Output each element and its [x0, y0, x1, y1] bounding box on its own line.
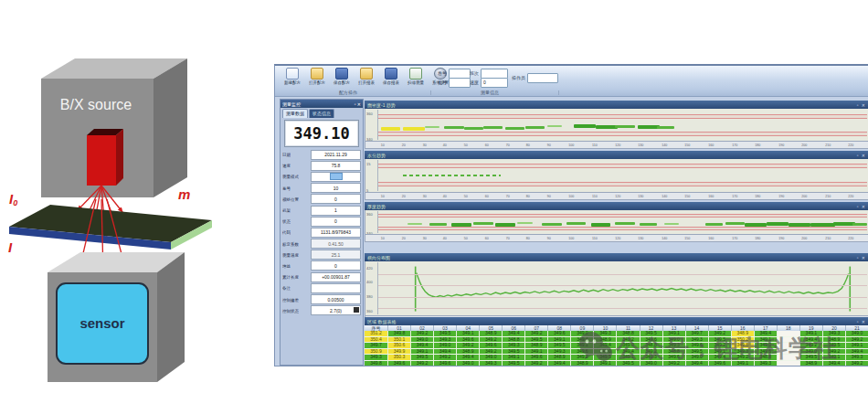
- table-cell: 349.0: [663, 337, 686, 344]
- chart-header-controls[interactable]: ▫ ✕: [857, 204, 866, 209]
- chart-header-controls[interactable]: ▫ ✕: [857, 153, 866, 158]
- chart-panel-areal-density: 面密度-1 趋势 ▫ ✕ 360340 10203040506070809010…: [365, 101, 868, 149]
- x-axis-tick-label: 40: [443, 194, 447, 198]
- ok-data-dash: [517, 222, 532, 224]
- parameter-value-field[interactable]: 2021.11.29: [311, 150, 361, 160]
- table-cell: 349.5: [686, 349, 709, 356]
- toolbar-button-label: 打开配方: [306, 80, 327, 84]
- alarm-data-dash: [381, 127, 400, 131]
- ok-data-dash: [505, 127, 524, 130]
- parameter-value-field[interactable]: +00.00901.87: [311, 272, 361, 282]
- batch-number-input[interactable]: [449, 78, 471, 88]
- table-cell: 348.9: [571, 361, 594, 366]
- roll-number-input[interactable]: [449, 69, 471, 79]
- x-axis-tick-label: 210: [825, 143, 831, 147]
- parameter-value-field[interactable]: 1131.8/979843: [311, 228, 361, 238]
- chart-header-controls[interactable]: ▫ ✕: [857, 102, 866, 108]
- x-axis-tick-label: 160: [708, 194, 714, 198]
- toolbar-button[interactable]: 打开报表: [355, 67, 378, 89]
- table-cell: 349.4: [457, 355, 480, 361]
- table-cell: 349.4: [709, 355, 732, 361]
- parameter-value-field[interactable]: 2.7(0): [311, 305, 361, 315]
- table-cell: 349.2: [411, 361, 434, 366]
- parameter-label: 卷号: [282, 186, 308, 190]
- parameter-value-field[interactable]: [311, 172, 361, 182]
- speed-input[interactable]: [481, 78, 508, 88]
- table-cell: 349.4: [823, 361, 846, 366]
- toolbar-button-label: 保存配方: [331, 80, 352, 84]
- disk-icon: [335, 68, 348, 80]
- table-cell: 348.8: [503, 337, 525, 344]
- toolbar-button[interactable]: 新建配方: [281, 67, 304, 89]
- parameter-value-field[interactable]: 0: [311, 194, 361, 204]
- y-axis-label: 5: [366, 188, 368, 193]
- operator-input[interactable]: [527, 73, 558, 83]
- zone-data-table[interactable]: 序号01020304050607080910111213141516171819…: [365, 325, 868, 366]
- toolbar-button[interactable]: 保存配方: [330, 67, 354, 89]
- tab-measure-data[interactable]: 测量数据: [282, 109, 308, 118]
- chart-plot-area[interactable]: 155: [365, 159, 868, 193]
- parameter-value-field[interactable]: 10: [311, 183, 361, 193]
- table-cell: 348.9: [594, 337, 617, 344]
- parameter-label: 机架: [282, 207, 308, 212]
- table-cell: 349.2: [732, 355, 755, 361]
- limit-line: [378, 114, 867, 115]
- table-header: 区域 数据表格 ▫ ✕: [365, 317, 868, 325]
- table-cell: 349.2: [434, 355, 457, 361]
- parameter-label: 速度: [282, 164, 308, 168]
- chart-plot-area[interactable]: 360340: [365, 109, 868, 142]
- doc-new-icon: [286, 68, 299, 80]
- chart-panel-cross-profile: 横向分布图 ▫ ✕ 420400380360 10020030040050060…: [365, 253, 868, 324]
- table-cell: 349.2: [525, 331, 548, 337]
- y-axis-label: 360: [366, 212, 373, 217]
- parameter-value-field[interactable]: 0: [311, 217, 361, 227]
- chart-title: 厚度趋势: [367, 204, 386, 209]
- shift-input[interactable]: [481, 69, 508, 79]
- table-cell: 349.6: [663, 355, 686, 361]
- chart-header-controls[interactable]: ▫ ✕: [857, 255, 866, 260]
- x-axis-tick-label: 160: [708, 236, 714, 240]
- parameter-value-field[interactable]: 0.41.50: [311, 239, 361, 249]
- chart-header: 面密度-1 趋势 ▫ ✕: [365, 101, 868, 109]
- toolbar-button[interactable]: 打开配方: [305, 67, 329, 89]
- x-axis-tick-label: 140: [662, 143, 667, 147]
- table-title: 区域 数据表格: [367, 319, 396, 324]
- table-cell: 349.8: [388, 331, 411, 337]
- chart-plot-area[interactable]: 360340: [365, 210, 868, 235]
- table-cell: 349.2: [823, 349, 846, 356]
- table-cell: 348.9: [457, 349, 480, 356]
- toolbar-button-label: 扫描测量: [405, 80, 426, 84]
- table-header-controls[interactable]: ▫ ✕: [857, 319, 866, 324]
- table-cell: 349.4: [594, 343, 617, 349]
- x-axis-tick-label: 20: [402, 194, 406, 198]
- ok-data-dash: [451, 223, 471, 227]
- table-cell: 349.6: [755, 349, 778, 356]
- x-axis-tick-label: 70: [505, 194, 509, 198]
- tab-status-info[interactable]: 状态信息: [309, 109, 334, 118]
- parameter-value-field[interactable]: 1: [311, 206, 361, 216]
- table-cell: 349.3: [686, 337, 709, 344]
- parameter-row: 代码1131.8/979843: [282, 227, 361, 238]
- toolbar-button[interactable]: 保存报表: [379, 67, 403, 89]
- parameter-value-field[interactable]: 25.1: [311, 250, 361, 260]
- toolbar-button[interactable]: 扫描测量: [404, 67, 428, 89]
- table-cell: 349.2: [846, 337, 868, 344]
- panel-controls[interactable]: ▫ ✕: [355, 101, 361, 107]
- ok-data-dash: [495, 223, 514, 227]
- parameter-row: 控制状态2.7(0): [282, 305, 361, 316]
- table-cell: 349.3: [823, 331, 846, 337]
- chart-plot-area[interactable]: 420400380360: [365, 261, 868, 316]
- ok-data-dash: [425, 126, 439, 128]
- parameter-value-field[interactable]: 0.00500: [311, 294, 361, 304]
- parameter-value-field[interactable]: [311, 283, 361, 293]
- x-axis-tick-label: 150: [685, 236, 691, 240]
- ok-data-dash: [542, 223, 561, 226]
- parameter-value-field[interactable]: 75.8: [311, 161, 361, 171]
- parameter-value-field[interactable]: 0: [311, 260, 361, 271]
- table-cell: 349.3: [846, 355, 868, 361]
- ok-data-dash: [464, 127, 483, 130]
- parameter-row: 累计长度+00.00901.87: [282, 271, 361, 282]
- table-cell: 348.9: [732, 331, 755, 337]
- sensor-box: sensor: [48, 252, 185, 382]
- table-cell: 349.6: [480, 343, 503, 349]
